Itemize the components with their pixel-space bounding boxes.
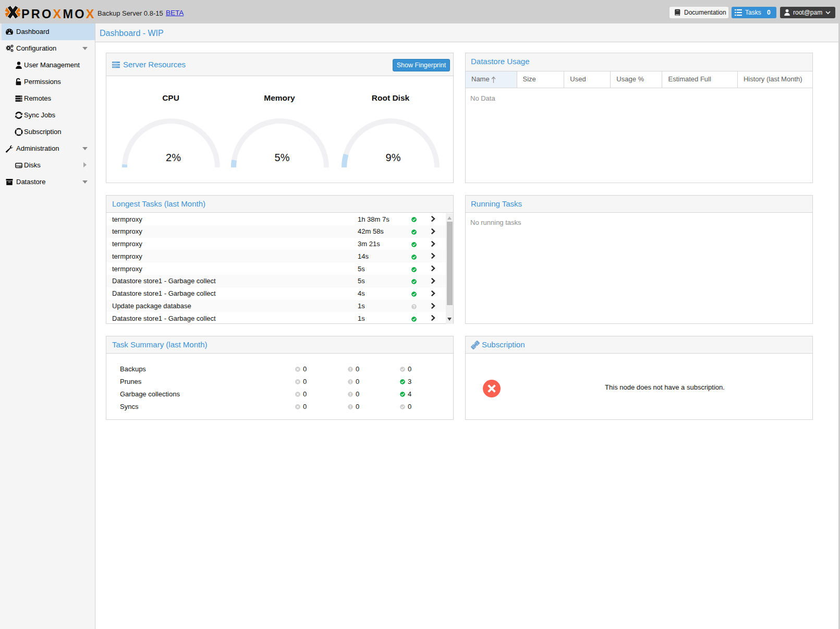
- svg-text:PROXMOX: PROXMOX: [21, 7, 94, 21]
